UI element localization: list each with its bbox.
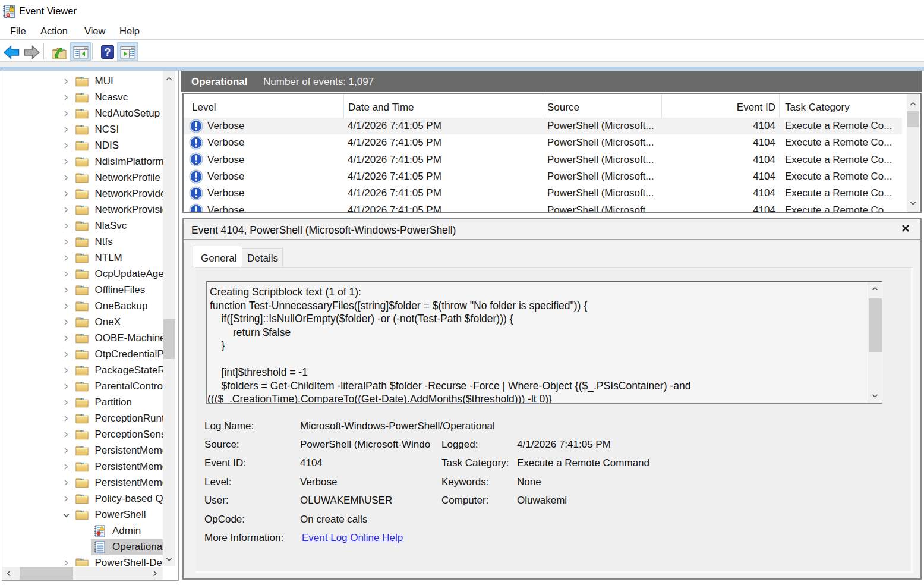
svg-text:?: ? <box>105 46 111 58</box>
